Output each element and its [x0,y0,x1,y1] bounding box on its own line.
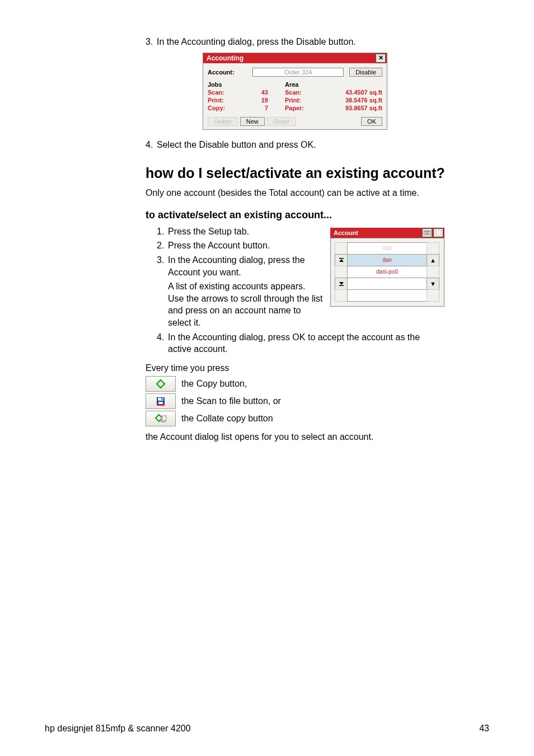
svg-rect-13 [162,398,163,400]
jobs-header: Jobs [208,81,238,88]
collate-copy-button[interactable] [146,411,176,426]
copy-button[interactable] [146,376,176,392]
svg-marker-9 [157,380,165,388]
picker-side-empty [427,242,439,255]
accounting-dialog-titlebar: Accounting ✕ [203,53,387,63]
step-number: 1. [157,226,168,238]
svg-rect-17 [162,416,166,421]
footer-page-number: 43 [479,724,489,734]
picker-item[interactable]: dani-po0 [347,266,427,278]
scroll-bottom-icon[interactable] [335,278,348,290]
svg-rect-14 [157,404,165,406]
account-picker-popup: Account ✕ otal dan [330,228,444,307]
every-time-text: Every time you press [146,362,444,374]
scroll-up-icon[interactable]: ▲ [427,254,439,266]
accounting-dialog: Accounting ✕ Account: Order 324 Disable … [203,53,387,130]
step-subtext: A list of existing accounts appears. Use… [168,280,324,328]
paper-area-value: 93.8657 sq.ft [332,105,382,111]
svg-rect-5 [339,258,344,259]
scan-label: Scan: [208,89,238,96]
scroll-down-icon[interactable]: ▼ [427,278,439,290]
sub-heading: to activate/select an existing account..… [146,209,444,221]
page-footer: hp designjet 815mfp & scanner 4200 43 [45,724,489,734]
step-text: In the Accounting dialog, press OK to ac… [168,331,444,355]
scroll-top-icon[interactable] [335,254,348,266]
step-text: Press the Account button. [168,240,324,252]
svg-rect-0 [424,231,430,235]
new-button[interactable]: New [240,117,265,126]
step-number: 4. [157,331,168,355]
section-intro: Only one account (besides the Total acco… [146,187,444,199]
paper-label: Paper: [285,105,315,111]
picker-side-empty [335,242,348,255]
picker-side-empty [427,289,439,302]
footer-left: hp designjet 815mfp & scanner 4200 [45,724,191,734]
area-header: Area [285,81,315,88]
reset-button: Reset [267,117,296,126]
account-value-field[interactable]: Order 324 [252,68,344,77]
diamond-stack-icon [154,414,167,424]
step-number: 3. [157,254,168,329]
closing-text: the Account dialog list opens for you to… [146,431,444,443]
close-icon[interactable]: ✕ [433,228,443,237]
section-heading: how do I select/activate an existing acc… [146,165,489,181]
picker-side-empty [427,266,439,278]
picker-item[interactable] [347,278,427,290]
keyboard-icon[interactable] [422,228,432,237]
scan-button-label: the Scan to file button, or [181,396,281,406]
top-steps-list-cont: 4. Select the Disable button and press O… [146,139,444,151]
copy-label: Copy: [208,105,238,111]
step-number: 3. [146,36,157,48]
scan-to-file-button[interactable] [146,393,176,409]
print-area-value: 38.5476 sq.ft [332,97,382,104]
collate-button-label: the Collate copy button [181,414,273,424]
accounting-dialog-title: Accounting [207,54,243,62]
scan-button-example: the Scan to file button, or [146,393,444,409]
print-label: Print: [208,97,238,104]
picker-side-empty [335,266,348,278]
step-text: In the Accounting dialog, press the Disa… [157,36,444,48]
scan-jobs-value: 43 [255,89,268,96]
picker-item[interactable] [347,289,427,302]
print-jobs-value: 19 [255,97,268,104]
picker-item[interactable]: otal [347,242,427,255]
scan-area-value: 43.4507 sq.ft [332,89,382,96]
print-area-label: Print: [285,97,315,104]
svg-marker-7 [339,282,344,285]
scan-area-label: Scan: [285,89,315,96]
svg-rect-8 [339,285,344,286]
ok-button[interactable]: OK [361,117,382,126]
top-steps-list: 3. In the Accounting dialog, press the D… [146,36,444,48]
svg-marker-6 [339,259,344,262]
disable-button[interactable]: Disable [349,68,382,77]
picker-side-empty [335,289,348,302]
account-label: Account: [208,69,247,76]
picker-item-selected[interactable]: dan [347,254,427,266]
step-number: 2. [157,240,168,252]
delete-button: Delete [208,117,238,126]
close-icon[interactable]: ✕ [376,54,386,63]
step-number: 4. [146,139,157,151]
copy-jobs-value: 7 [255,105,268,111]
account-picker-title: Account [334,229,358,236]
copy-button-example: the Copy button, [146,376,444,392]
collate-button-example: the Collate copy button [146,411,444,426]
diamond-icon [156,379,166,389]
step-text: Press the Setup tab. [168,226,324,238]
step-text: Select the Disable button and press OK. [157,139,444,151]
copy-button-label: the Copy button, [181,379,247,389]
floppy-disk-icon [156,396,166,406]
step-text: In the Accounting dialog, press the Acco… [168,255,305,277]
